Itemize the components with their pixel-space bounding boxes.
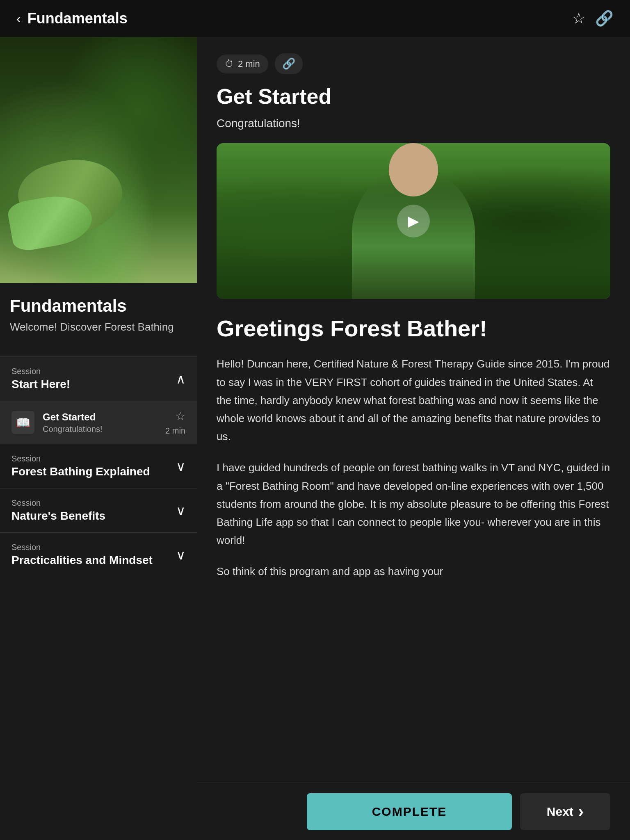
body-paragraph-3: So think of this program and app as havi… [217,562,610,580]
lesson-meta: 2 min [165,409,185,436]
left-panel: Fundamentals Welcome! Discover Forest Ba… [0,37,197,840]
session-label-3: Session [11,498,105,508]
complete-button[interactable]: COMPLETE [307,793,512,830]
lesson-icon-book: 📖 [11,411,34,434]
duration-text: 2 min [238,59,260,69]
session-label-1: Session [11,367,70,376]
session-name-4: Practicalities and Mindset [11,554,153,567]
chevron-up-icon-1 [176,371,185,387]
body-paragraph-1: Hello! Duncan here, Certified Nature & F… [217,355,610,445]
sessions-list: Session Start Here! 📖 Get Started Congra… [0,356,197,840]
header: ‹ Fundamentals ☆ 🔗 [0,0,630,37]
lesson-duration: 2 min [165,426,185,436]
chevron-down-icon-3 [176,503,185,518]
session-practicalities: Session Practicalities and Mindset [0,532,197,577]
session-forest-bathing-header[interactable]: Session Forest Bathing Explained [0,444,197,488]
right-panel: 2 min Get Started Congratulations! Greet… [197,37,630,840]
lesson-main-title: Get Started [217,84,610,109]
link-badge[interactable] [275,53,303,74]
course-info: Fundamentals Welcome! Discover Forest Ba… [0,283,197,356]
header-right: ☆ 🔗 [572,10,614,27]
lesson-bookmark-icon[interactable] [175,409,185,423]
session-name-3: Nature's Benefits [11,509,105,523]
next-button[interactable]: Next [520,793,610,830]
video-thumbnail[interactable] [217,143,610,299]
greeting-title: Greetings Forest Bather! [217,315,610,342]
course-image [0,37,197,283]
session-natures-benefits-header[interactable]: Session Nature's Benefits [0,488,197,532]
main-content: Fundamentals Welcome! Discover Forest Ba… [0,37,630,840]
session-start-here: Session Start Here! 📖 Get Started Congra… [0,356,197,444]
session-label-4: Session [11,543,153,552]
session-start-here-header[interactable]: Session Start Here! [0,357,197,401]
bookmark-icon[interactable]: ☆ [572,10,585,27]
course-subtitle: Welcome! Discover Forest Bathing [10,321,187,333]
congratulations-text: Congratulations! [217,117,610,130]
next-label: Next [547,805,573,819]
course-title: Fundamentals [10,296,187,316]
header-title: Fundamentals [27,10,128,27]
header-left: ‹ Fundamentals [16,10,128,27]
action-bar: COMPLETE Next [197,783,630,840]
lesson-title: Get Started [43,411,157,423]
session-name-1: Start Here! [11,378,70,391]
chevron-down-icon-2 [176,459,185,474]
clock-icon [225,59,234,69]
play-icon [408,212,419,230]
session-practicalities-header[interactable]: Session Practicalities and Mindset [0,533,197,577]
next-arrow-icon [578,802,584,821]
session-natures-benefits: Session Nature's Benefits [0,488,197,532]
video-play-button[interactable] [397,205,430,237]
back-button[interactable]: ‹ [16,11,21,26]
meta-bar: 2 min [217,53,610,74]
link-icon [282,57,295,70]
share-icon[interactable]: 🔗 [595,10,614,27]
chevron-down-icon-4 [176,547,185,563]
duration-badge: 2 min [217,55,268,73]
lesson-get-started[interactable]: 📖 Get Started Congratulations! 2 min [0,401,197,444]
lesson-subtitle: Congratulations! [43,425,157,434]
session-label-2: Session [11,454,150,463]
session-name-2: Forest Bathing Explained [11,465,150,478]
lesson-info: Get Started Congratulations! [43,411,157,434]
session-forest-bathing: Session Forest Bathing Explained [0,444,197,488]
body-paragraph-2: I have guided hundreds of people on fore… [217,459,610,549]
